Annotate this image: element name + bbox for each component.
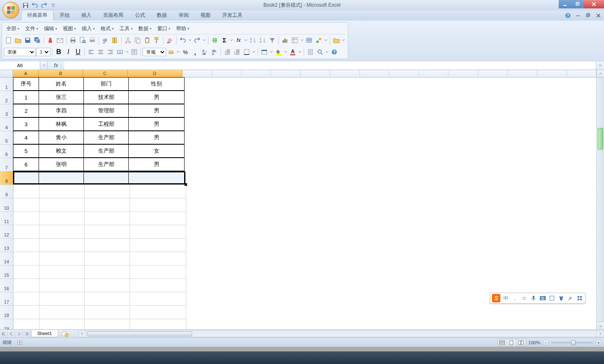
cell[interactable] <box>13 198 39 212</box>
zoom-slider[interactable] <box>551 342 593 343</box>
cell[interactable] <box>39 265 85 279</box>
currency-icon[interactable] <box>167 47 176 57</box>
cell[interactable] <box>39 212 85 225</box>
row-header[interactable]: 1 <box>0 78 13 91</box>
tab-page-layout[interactable]: 页面布局 <box>97 10 129 21</box>
tab-view[interactable]: 视图 <box>195 10 216 21</box>
name-box-dropdown[interactable] <box>40 61 48 70</box>
scroll-thumb[interactable] <box>598 128 603 150</box>
cell[interactable] <box>85 198 130 212</box>
tab-data[interactable]: 数据 <box>151 10 173 21</box>
menu-insert[interactable]: 插入▾ <box>79 24 97 33</box>
cell[interactable] <box>13 225 39 239</box>
font-color-icon[interactable]: A <box>288 47 297 57</box>
menu-format[interactable]: 格式▾ <box>98 24 116 33</box>
sort-desc-icon[interactable]: ZA <box>258 36 267 45</box>
tab-developer[interactable]: 开发工具 <box>216 10 248 21</box>
column-header[interactable] <box>419 70 449 77</box>
cell[interactable]: 6 <box>13 158 39 171</box>
office-button[interactable] <box>3 2 19 18</box>
cell[interactable]: 5 <box>13 144 39 158</box>
row-header[interactable]: 5 <box>0 131 13 145</box>
cell[interactable]: 林枫 <box>39 117 84 131</box>
print-preview-icon[interactable] <box>78 36 87 45</box>
cell[interactable]: 工程部 <box>83 117 129 131</box>
format-painter-icon[interactable] <box>152 36 161 45</box>
cell[interactable]: 黄小 <box>39 131 84 144</box>
cell-styles-icon[interactable] <box>260 47 269 57</box>
comma-icon[interactable]: , <box>190 47 200 57</box>
row-header[interactable]: 10 <box>0 198 13 212</box>
menu-file[interactable]: 文件▾ <box>23 24 41 33</box>
column-header-A[interactable]: A <box>13 70 39 77</box>
permission-icon[interactable] <box>46 36 55 45</box>
shapes-icon[interactable] <box>314 36 323 45</box>
cell[interactable] <box>85 265 130 279</box>
redo-icon[interactable] <box>40 2 48 9</box>
open-icon[interactable] <box>13 36 23 45</box>
chevron-down-icon[interactable] <box>341 36 346 45</box>
decrease-indent-icon[interactable] <box>223 47 232 57</box>
column-header[interactable] <box>478 70 508 77</box>
redo-icon[interactable] <box>193 36 202 45</box>
hyperlink-icon[interactable] <box>210 36 219 45</box>
ime-lang-button[interactable]: 中 <box>502 294 510 302</box>
ime-punct-button[interactable]: ， <box>511 294 519 302</box>
cell[interactable] <box>85 292 130 306</box>
hscroll-thumb[interactable] <box>87 331 192 336</box>
cell[interactable] <box>39 171 84 185</box>
formula-expand-icon[interactable] <box>596 61 604 70</box>
cell[interactable] <box>39 252 85 265</box>
cell[interactable] <box>85 306 130 319</box>
menu-edit[interactable]: 编辑▾ <box>42 24 60 33</box>
zoom-in-button[interactable]: + <box>596 340 601 346</box>
cell[interactable] <box>39 225 85 239</box>
row-header[interactable]: 16 <box>0 279 13 292</box>
chevron-down-icon[interactable] <box>125 47 129 57</box>
column-header[interactable] <box>448 70 478 77</box>
cell[interactable]: 性别 <box>128 77 185 91</box>
row-header[interactable]: 17 <box>0 292 13 306</box>
fill-handle[interactable] <box>185 183 187 186</box>
italic-button[interactable]: I <box>64 47 73 57</box>
ime-toolbar[interactable]: S 中 ， ☺ <box>490 293 586 304</box>
cell[interactable] <box>13 185 39 198</box>
tab-classic-menu[interactable]: 经典菜单 <box>21 10 54 21</box>
tab-insert[interactable]: 插入 <box>76 10 97 21</box>
doc-restore-icon[interactable] <box>585 12 591 19</box>
cell[interactable] <box>39 292 85 306</box>
row-header[interactable]: 9 <box>0 185 13 198</box>
chevron-down-icon[interactable] <box>229 36 234 45</box>
wrap-text-icon[interactable] <box>130 47 139 57</box>
prev-sheet-icon[interactable] <box>8 330 15 338</box>
doc-close-icon[interactable]: ✕ <box>595 12 601 19</box>
chevron-down-icon[interactable] <box>300 36 304 45</box>
cell[interactable] <box>130 198 186 212</box>
zoom-thumb[interactable] <box>571 340 575 345</box>
chevron-down-icon[interactable] <box>324 36 328 45</box>
name-box[interactable]: A8 <box>0 61 40 70</box>
sort-asc-icon[interactable]: AZ <box>248 36 258 45</box>
cell[interactable]: 部门 <box>83 77 129 91</box>
column-header[interactable] <box>360 70 390 77</box>
cell[interactable] <box>85 252 130 265</box>
cell[interactable] <box>130 292 186 306</box>
tab-formulas[interactable]: 公式 <box>129 10 151 21</box>
minimize-button[interactable] <box>559 0 571 8</box>
autosum-icon[interactable]: Σ <box>220 36 229 45</box>
ime-tool-icon[interactable] <box>567 294 574 302</box>
align-center-icon[interactable] <box>96 47 105 57</box>
column-header[interactable] <box>301 70 331 77</box>
paste-icon[interactable] <box>143 36 152 45</box>
column-header[interactable] <box>389 70 419 77</box>
bold-button[interactable]: B <box>54 47 63 57</box>
scroll-left-icon[interactable] <box>79 331 86 337</box>
ime-grid-icon[interactable] <box>576 294 583 302</box>
close-button[interactable] <box>584 0 604 8</box>
menu-window[interactable]: 窗口▾ <box>155 24 173 33</box>
cell[interactable] <box>13 252 39 265</box>
cell[interactable] <box>130 212 186 225</box>
formula-input[interactable] <box>65 61 596 70</box>
column-header[interactable] <box>212 70 242 77</box>
page-layout-view-icon[interactable] <box>507 339 516 346</box>
